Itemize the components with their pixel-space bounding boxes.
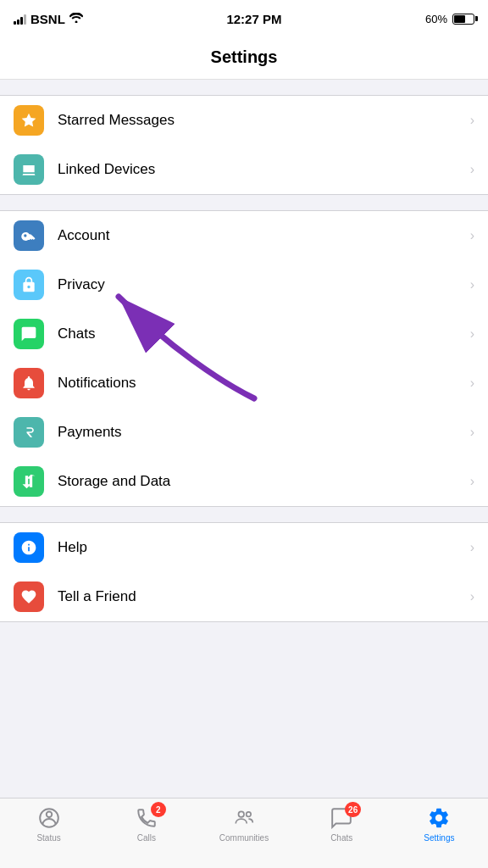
linked-devices-icon-wrapper bbox=[14, 154, 44, 185]
key-icon bbox=[20, 227, 37, 244]
wifi-icon bbox=[69, 12, 83, 25]
status-bar: BSNL 12:27 PM 60% bbox=[0, 0, 488, 37]
settings-section-1: Starred Messages › Linked Devices › bbox=[0, 95, 488, 195]
chevron-icon: › bbox=[470, 589, 474, 604]
privacy-row[interactable]: Privacy › bbox=[0, 260, 488, 309]
content-area: Starred Messages › Linked Devices › Acco… bbox=[0, 95, 488, 693]
battery-icon bbox=[452, 14, 474, 25]
chats-tab-label: Chats bbox=[330, 833, 352, 843]
chevron-icon: › bbox=[470, 113, 474, 128]
tell-friend-label: Tell a Friend bbox=[58, 588, 463, 605]
starred-messages-label: Starred Messages bbox=[58, 112, 463, 129]
status-tab-icon bbox=[38, 807, 60, 829]
help-row[interactable]: Help › bbox=[0, 523, 488, 572]
tell-friend-row[interactable]: Tell a Friend › bbox=[0, 572, 488, 621]
chats-tab-icon-container: 26 bbox=[329, 805, 354, 831]
status-tab-icon-container bbox=[36, 805, 62, 831]
signal-icon bbox=[14, 13, 26, 25]
chat-icon bbox=[20, 326, 37, 342]
linked-devices-row[interactable]: Linked Devices › bbox=[0, 145, 488, 194]
linked-devices-label: Linked Devices bbox=[58, 161, 463, 178]
settings-section-3: Help › Tell a Friend › bbox=[0, 522, 488, 622]
storage-data-row[interactable]: Storage and Data › bbox=[0, 457, 488, 506]
communities-tab-icon-container bbox=[231, 805, 257, 831]
settings-section-2: Account › Privacy › Chats › bbox=[0, 210, 488, 507]
chevron-icon: › bbox=[470, 376, 474, 391]
star-icon bbox=[20, 112, 37, 129]
rupee-icon bbox=[20, 424, 37, 441]
chevron-icon: › bbox=[470, 277, 474, 292]
chats-row[interactable]: Chats › bbox=[0, 309, 488, 359]
account-label: Account bbox=[58, 227, 463, 244]
communities-tab-label: Communities bbox=[219, 833, 269, 843]
chats-icon-wrapper bbox=[14, 319, 44, 349]
svg-point-4 bbox=[247, 812, 251, 816]
tab-settings[interactable]: Settings bbox=[391, 805, 488, 843]
calls-tab-icon-container: 2 bbox=[134, 805, 159, 831]
tell-friend-icon-wrapper bbox=[14, 581, 44, 612]
calls-tab-label: Calls bbox=[137, 833, 156, 843]
account-row[interactable]: Account › bbox=[0, 211, 488, 260]
status-tab-label: Status bbox=[36, 833, 60, 843]
storage-data-label: Storage and Data bbox=[58, 473, 463, 490]
arrows-icon bbox=[20, 473, 37, 490]
tab-status[interactable]: Status bbox=[0, 805, 97, 843]
chats-label: Chats bbox=[58, 326, 463, 342]
storage-icon-wrapper bbox=[14, 466, 44, 497]
tab-calls[interactable]: 2 Calls bbox=[97, 805, 195, 843]
starred-messages-icon-wrapper bbox=[14, 105, 44, 136]
page-title: Settings bbox=[211, 47, 278, 66]
calls-badge: 2 bbox=[151, 802, 166, 817]
tab-communities[interactable]: Communities bbox=[195, 805, 292, 843]
chats-badge: 26 bbox=[345, 802, 361, 817]
chevron-icon: › bbox=[470, 425, 474, 440]
carrier-signal: BSNL bbox=[14, 12, 83, 26]
settings-tab-icon bbox=[427, 806, 451, 830]
notifications-icon-wrapper bbox=[14, 368, 44, 398]
laptop-icon bbox=[20, 161, 37, 178]
help-icon-wrapper bbox=[14, 532, 44, 563]
privacy-icon-wrapper bbox=[14, 270, 44, 300]
payments-icon-wrapper bbox=[14, 417, 44, 448]
lock-icon bbox=[20, 276, 37, 293]
svg-point-3 bbox=[239, 811, 245, 817]
settings-tab-label: Settings bbox=[424, 833, 454, 843]
account-icon-wrapper bbox=[14, 220, 44, 251]
help-label: Help bbox=[58, 539, 463, 556]
info-icon bbox=[20, 539, 37, 556]
status-time: 12:27 PM bbox=[226, 12, 281, 26]
page-header: Settings bbox=[0, 37, 488, 80]
bell-icon bbox=[20, 375, 37, 392]
chevron-icon: › bbox=[470, 228, 474, 243]
payments-label: Payments bbox=[58, 424, 463, 441]
privacy-label: Privacy bbox=[58, 276, 463, 293]
carrier-name: BSNL bbox=[30, 12, 65, 26]
battery-percentage: 60% bbox=[425, 13, 447, 25]
payments-row[interactable]: Payments › bbox=[0, 408, 488, 457]
chevron-icon: › bbox=[470, 474, 474, 489]
communities-tab-icon bbox=[233, 807, 255, 829]
heart-icon bbox=[20, 588, 37, 605]
chevron-icon: › bbox=[470, 162, 474, 177]
tab-bar: Status 2 Calls Communities 26 bbox=[0, 798, 488, 868]
starred-messages-row[interactable]: Starred Messages › bbox=[0, 96, 488, 145]
chevron-icon: › bbox=[470, 540, 474, 555]
notifications-row[interactable]: Notifications › bbox=[0, 359, 488, 408]
tab-chats[interactable]: 26 Chats bbox=[293, 805, 391, 843]
notifications-label: Notifications bbox=[58, 375, 463, 392]
settings-tab-icon-container bbox=[426, 805, 452, 831]
svg-point-2 bbox=[46, 811, 52, 817]
battery-area: 60% bbox=[425, 13, 474, 25]
chevron-icon: › bbox=[470, 326, 474, 342]
